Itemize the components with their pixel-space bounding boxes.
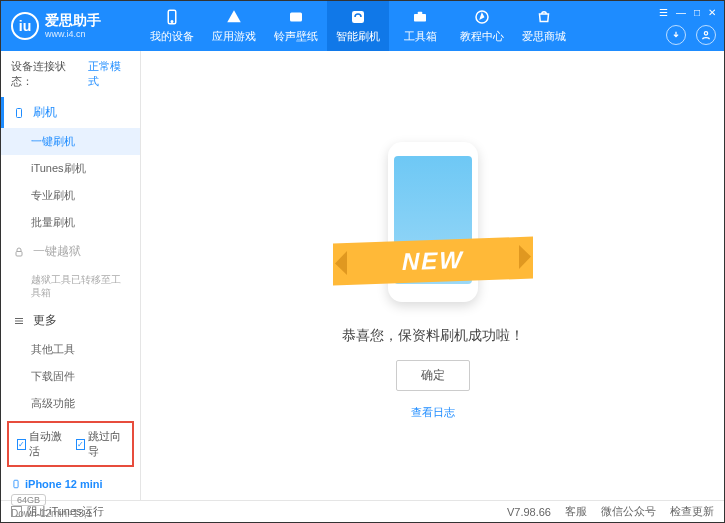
sidebar: 设备连接状态： 正常模式 刷机 一键刷机 iTunes刷机 专业刷机 批量刷机 … bbox=[1, 51, 141, 500]
checkbox-skip-guide[interactable]: ✓ 跳过向导 bbox=[76, 429, 125, 459]
svg-point-7 bbox=[704, 32, 707, 35]
device-name: iPhone 12 mini bbox=[25, 478, 103, 490]
footer-wechat[interactable]: 微信公众号 bbox=[601, 504, 656, 519]
download-icon bbox=[671, 30, 681, 40]
connection-status: 设备连接状态： 正常模式 bbox=[1, 51, 140, 97]
compass-icon bbox=[473, 8, 491, 26]
top-nav: 我的设备 应用游戏 铃声壁纸 智能刷机 工具箱 教程中心 爱思商城 bbox=[141, 1, 575, 51]
toolbox-icon bbox=[411, 8, 429, 26]
download-button[interactable] bbox=[666, 25, 686, 45]
user-icon bbox=[701, 30, 711, 40]
sidebar-item-other-tools[interactable]: 其他工具 bbox=[1, 336, 140, 363]
phone-icon bbox=[163, 8, 181, 26]
options-row: ✓ 自动激活 ✓ 跳过向导 bbox=[7, 421, 134, 467]
section-jailbreak[interactable]: 一键越狱 bbox=[1, 236, 140, 267]
svg-rect-8 bbox=[17, 108, 22, 117]
nav-flash[interactable]: 智能刷机 bbox=[327, 1, 389, 51]
svg-point-1 bbox=[171, 21, 173, 23]
view-log-link[interactable]: 查看日志 bbox=[411, 405, 455, 420]
app-url: www.i4.cn bbox=[45, 29, 101, 39]
maximize-icon[interactable]: □ bbox=[694, 7, 700, 18]
sidebar-item-oneclick-flash[interactable]: 一键刷机 bbox=[1, 128, 140, 155]
nav-apps[interactable]: 应用游戏 bbox=[203, 1, 265, 51]
checkbox-auto-activate[interactable]: ✓ 自动激活 bbox=[17, 429, 66, 459]
confirm-button[interactable]: 确定 bbox=[396, 360, 470, 391]
store-icon bbox=[535, 8, 553, 26]
version-label: V7.98.66 bbox=[507, 506, 551, 518]
block-itunes-label: 阻止iTunes运行 bbox=[27, 504, 104, 519]
app-name: 爱思助手 bbox=[45, 13, 101, 28]
svg-rect-3 bbox=[352, 11, 364, 23]
sidebar-item-advanced[interactable]: 高级功能 bbox=[1, 390, 140, 417]
phone-icon bbox=[13, 107, 25, 119]
svg-rect-2 bbox=[290, 13, 302, 22]
nav-toolbox[interactable]: 工具箱 bbox=[389, 1, 451, 51]
sidebar-item-pro-flash[interactable]: 专业刷机 bbox=[1, 182, 140, 209]
nav-tutorials[interactable]: 教程中心 bbox=[451, 1, 513, 51]
svg-rect-9 bbox=[16, 251, 22, 256]
section-flash[interactable]: 刷机 bbox=[1, 97, 140, 128]
svg-rect-5 bbox=[418, 12, 423, 15]
app-header: iu 爱思助手 www.i4.cn 我的设备 应用游戏 铃声壁纸 智能刷机 工具… bbox=[1, 1, 724, 51]
nav-my-device[interactable]: 我的设备 bbox=[141, 1, 203, 51]
refresh-icon bbox=[349, 8, 367, 26]
folder-icon bbox=[287, 8, 305, 26]
checkbox-block-itunes[interactable] bbox=[11, 506, 22, 517]
svg-rect-10 bbox=[14, 480, 18, 488]
success-illustration: NEW bbox=[333, 132, 533, 312]
logo-icon: iu bbox=[11, 12, 39, 40]
footer-update[interactable]: 检查更新 bbox=[670, 504, 714, 519]
menu-icon[interactable]: ☰ bbox=[659, 7, 668, 18]
phone-icon bbox=[11, 477, 21, 491]
section-more[interactable]: 更多 bbox=[1, 305, 140, 336]
footer-service[interactable]: 客服 bbox=[565, 504, 587, 519]
success-message: 恭喜您，保资料刷机成功啦！ bbox=[342, 327, 524, 345]
svg-rect-4 bbox=[414, 14, 426, 22]
nav-ringtones[interactable]: 铃声壁纸 bbox=[265, 1, 327, 51]
new-ribbon: NEW bbox=[333, 236, 533, 285]
check-icon: ✓ bbox=[17, 439, 26, 450]
sidebar-item-jb-note: 越狱工具已转移至工具箱 bbox=[1, 267, 140, 305]
menu-icon bbox=[13, 315, 25, 327]
user-button[interactable] bbox=[696, 25, 716, 45]
minimize-icon[interactable]: — bbox=[676, 7, 686, 18]
window-controls: ☰ — □ ✕ bbox=[659, 7, 716, 18]
sidebar-item-download-fw[interactable]: 下载固件 bbox=[1, 363, 140, 390]
main-content: NEW 恭喜您，保资料刷机成功啦！ 确定 查看日志 bbox=[141, 51, 724, 500]
apps-icon bbox=[225, 8, 243, 26]
check-icon: ✓ bbox=[76, 439, 85, 450]
logo-area: iu 爱思助手 www.i4.cn bbox=[1, 12, 141, 40]
sidebar-item-batch-flash[interactable]: 批量刷机 bbox=[1, 209, 140, 236]
nav-store[interactable]: 爱思商城 bbox=[513, 1, 575, 51]
lock-icon bbox=[13, 246, 25, 258]
close-icon[interactable]: ✕ bbox=[708, 7, 716, 18]
sidebar-item-itunes-flash[interactable]: iTunes刷机 bbox=[1, 155, 140, 182]
